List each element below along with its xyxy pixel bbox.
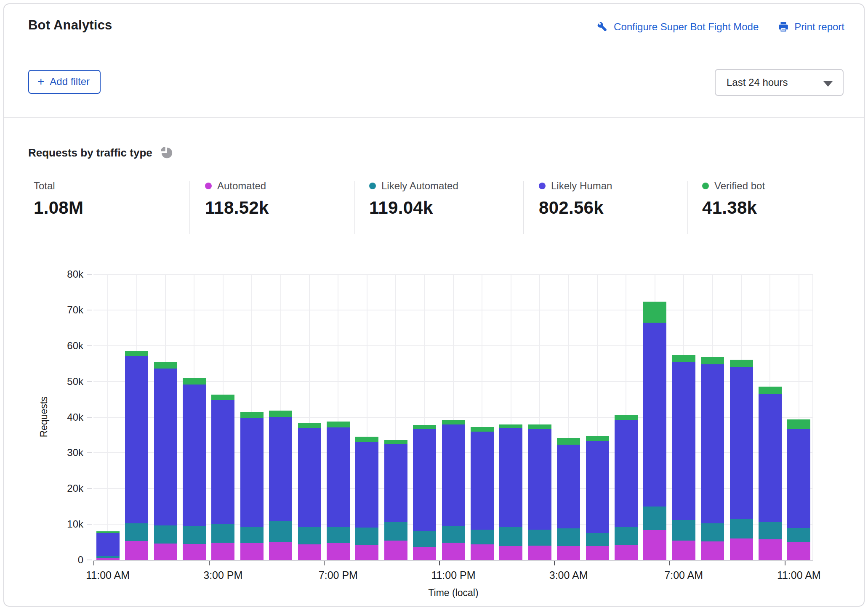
section-heading: Requests by traffic type bbox=[28, 145, 175, 161]
bar-segment-automated bbox=[327, 543, 350, 560]
stat-likely-human: Likely Human 802.56k bbox=[539, 180, 612, 218]
bar-segment-automated bbox=[787, 542, 810, 560]
bar-2-00-am[interactable] bbox=[528, 274, 551, 560]
bar-segment-likely-human bbox=[355, 442, 378, 528]
stat-divider bbox=[354, 181, 355, 234]
bar-segment-likely-human bbox=[183, 385, 206, 526]
bar-segment-automated bbox=[643, 530, 666, 560]
bar-segment-likely-human bbox=[787, 429, 810, 528]
bar-2-00-pm[interactable] bbox=[183, 274, 206, 560]
bar-segment-likely-human bbox=[384, 444, 407, 522]
bar-3-00-am[interactable] bbox=[557, 274, 580, 560]
verified-bot-dot-icon bbox=[702, 183, 709, 189]
bar-segment-verified-bot bbox=[643, 302, 666, 323]
bar-segment-likely-automated bbox=[442, 526, 465, 543]
bar-segment-likely-human bbox=[413, 429, 436, 531]
header-divider bbox=[4, 117, 864, 118]
bar-10-00-am[interactable] bbox=[759, 274, 782, 560]
bar-segment-likely-automated bbox=[298, 527, 321, 544]
bar-segment-verified-bot bbox=[499, 424, 522, 428]
bar-12-00-pm[interactable] bbox=[125, 274, 148, 560]
bar-segment-automated bbox=[355, 545, 378, 560]
stat-total: Total 1.08M bbox=[34, 180, 83, 218]
bar-segment-automated bbox=[471, 544, 494, 560]
bar-segment-verified-bot bbox=[413, 425, 436, 429]
bar-5-00-pm[interactable] bbox=[269, 274, 292, 560]
bar-6-00-am[interactable] bbox=[643, 274, 666, 560]
bar-1-00-am[interactable] bbox=[499, 274, 522, 560]
time-range-select[interactable]: Last 24 hours bbox=[715, 69, 844, 96]
bar-segment-verified-bot bbox=[442, 420, 465, 424]
bar-segment-automated bbox=[672, 541, 695, 560]
bar-segment-verified-bot bbox=[154, 362, 177, 369]
time-range-value: Last 24 hours bbox=[727, 77, 788, 88]
bar-segment-likely-human bbox=[240, 418, 264, 527]
bar-segment-likely-human bbox=[759, 394, 782, 522]
bar-segment-likely-human bbox=[672, 362, 695, 520]
bar-segment-automated bbox=[183, 544, 206, 560]
bar-segment-likely-automated bbox=[499, 527, 522, 546]
bar-segment-verified-bot bbox=[211, 395, 234, 400]
bar-segment-likely-automated bbox=[730, 519, 753, 539]
bar-segment-likely-automated bbox=[327, 527, 350, 543]
bar-segment-verified-bot bbox=[672, 355, 695, 362]
bar-segment-likely-automated bbox=[211, 524, 234, 543]
bar-7-00-am[interactable] bbox=[672, 274, 695, 560]
bar-segment-likely-automated bbox=[154, 525, 177, 543]
stat-likely-human-label: Likely Human bbox=[551, 180, 612, 192]
bar-11-00-am[interactable] bbox=[96, 274, 120, 560]
bar-segment-likely-automated bbox=[528, 530, 551, 546]
bar-segment-automated bbox=[586, 546, 609, 560]
bar-segment-verified-bot bbox=[240, 412, 264, 418]
add-filter-label: Add filter bbox=[50, 76, 90, 88]
bar-segment-automated bbox=[125, 541, 148, 560]
bar-3-00-pm[interactable] bbox=[211, 274, 234, 560]
plus-icon: + bbox=[37, 77, 44, 86]
bar-10-00-pm[interactable] bbox=[413, 274, 436, 560]
bar-segment-verified-bot bbox=[759, 387, 782, 394]
bar-6-00-pm[interactable] bbox=[298, 274, 321, 560]
bar-11-00-am[interactable] bbox=[787, 274, 810, 560]
pie-chart-icon bbox=[159, 145, 175, 161]
bar-segment-likely-automated bbox=[413, 531, 436, 546]
bar-segment-automated bbox=[413, 547, 436, 560]
bar-segment-automated bbox=[298, 544, 321, 560]
bar-11-00-pm[interactable] bbox=[442, 274, 465, 560]
add-filter-button[interactable]: + Add filter bbox=[28, 70, 101, 94]
bar-segment-verified-bot bbox=[787, 419, 810, 429]
bar-9-00-am[interactable] bbox=[730, 274, 753, 560]
stat-verified-bot: Verified bot 41.38k bbox=[702, 180, 765, 218]
bar-segment-likely-human bbox=[154, 369, 177, 525]
bar-segment-automated bbox=[269, 542, 292, 560]
bar-segment-automated bbox=[528, 546, 551, 560]
stat-automated-label: Automated bbox=[217, 180, 266, 192]
bar-segment-verified-bot bbox=[471, 427, 494, 432]
bar-segment-verified-bot bbox=[327, 422, 350, 427]
bar-1-00-pm[interactable] bbox=[154, 274, 177, 560]
bar-4-00-am[interactable] bbox=[586, 274, 609, 560]
print-report-link[interactable]: Print report bbox=[778, 21, 844, 33]
bar-segment-verified-bot bbox=[355, 437, 378, 442]
configure-super-bot-fight-mode-link[interactable]: Configure Super Bot Fight Mode bbox=[597, 21, 759, 33]
bar-5-00-am[interactable] bbox=[615, 274, 638, 560]
stat-likely-automated: Likely Automated 119.04k bbox=[369, 180, 458, 218]
section-heading-label: Requests by traffic type bbox=[28, 146, 152, 159]
bar-9-00-pm[interactable] bbox=[384, 274, 407, 560]
bar-8-00-am[interactable] bbox=[701, 274, 724, 560]
bar-12-00-am[interactable] bbox=[471, 274, 494, 560]
bar-segment-likely-automated bbox=[269, 521, 292, 542]
bar-8-00-pm[interactable] bbox=[355, 274, 378, 560]
x-axis-title: Time (local) bbox=[428, 587, 478, 599]
bar-4-00-pm[interactable] bbox=[240, 274, 264, 560]
bar-segment-likely-human bbox=[269, 417, 292, 522]
bar-segment-automated bbox=[211, 543, 234, 560]
stat-verified-bot-label: Verified bot bbox=[714, 180, 765, 192]
bar-segment-likely-human bbox=[586, 441, 609, 533]
bar-7-00-pm[interactable] bbox=[327, 274, 350, 560]
bar-segment-verified-bot bbox=[298, 423, 321, 428]
bar-segment-verified-bot bbox=[701, 357, 724, 364]
printer-icon bbox=[778, 21, 789, 32]
bar-segment-likely-human bbox=[471, 432, 494, 529]
bar-segment-likely-automated bbox=[759, 522, 782, 539]
bar-segment-likely-automated bbox=[701, 523, 724, 541]
